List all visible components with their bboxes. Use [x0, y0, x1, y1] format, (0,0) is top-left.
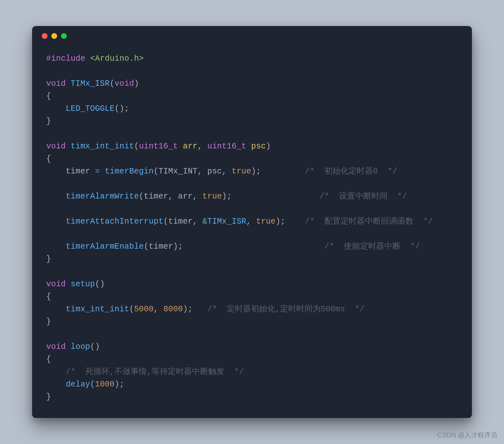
code-area: #include <Arduino.h> void TIMx_ISR(void)…: [32, 46, 472, 403]
punc: {: [46, 355, 51, 364]
fn-led-toggle: LED_TOGGLE: [66, 104, 115, 113]
punc: {: [46, 154, 51, 164]
watermark: CSDN @人才程序员: [437, 431, 498, 440]
tok-void: void: [46, 280, 66, 289]
num-5000: 5000: [134, 305, 154, 314]
fn-loop: loop: [71, 342, 90, 351]
punc: ,: [168, 192, 178, 201]
punc: (): [95, 280, 105, 289]
punc: {: [46, 292, 51, 301]
punc: (: [163, 217, 168, 226]
punc: );: [276, 217, 285, 226]
tok-include: #include: [46, 54, 85, 63]
fn-timx-int-init: timx_int_init: [66, 305, 129, 314]
id-arr: arr: [178, 192, 193, 201]
punc: );: [251, 167, 261, 176]
punc: ,: [246, 217, 256, 226]
punc: (: [134, 142, 139, 151]
punc: ): [134, 79, 139, 88]
fn-timerattachinterrupt: timerAttachInterrupt: [66, 217, 163, 226]
punc: );: [115, 380, 124, 389]
fn-timeralarmenable: timerAlarmEnable: [66, 242, 144, 251]
tok-void: void: [46, 79, 66, 88]
close-icon: [42, 33, 48, 39]
punc: (: [110, 79, 115, 88]
fn-setup: setup: [71, 280, 95, 289]
punc: }: [46, 317, 51, 326]
comment: /* 初始化定时器0 */: [305, 167, 397, 176]
punc: );: [183, 305, 193, 314]
op-addr: &: [203, 217, 207, 226]
punc: (: [144, 242, 149, 251]
comment: /* 设置中断时间 */: [319, 192, 407, 201]
id-timer: timer: [149, 242, 173, 251]
punc: ): [266, 142, 271, 151]
id-psc: psc: [251, 142, 266, 151]
comment: /* 配置定时器中断回调函数 */: [305, 217, 433, 226]
punc: (: [129, 305, 134, 314]
fn-timerbegin: timerBegin: [105, 167, 153, 176]
comment: /* 定时器初始化,定时时间为500ms */: [207, 305, 365, 314]
punc: (: [153, 167, 158, 176]
id-arr: arr: [183, 142, 198, 151]
tok-void: void: [46, 142, 66, 151]
punc: }: [46, 392, 51, 402]
tok-true: true: [203, 192, 222, 201]
tok-void: void: [115, 79, 134, 88]
punc: ();: [115, 104, 129, 113]
window-titlebar: [32, 26, 472, 46]
fn-timeralarmwrite: timerAlarmWrite: [66, 192, 139, 201]
punc: ,: [193, 192, 202, 201]
tok-uint16: uint16_t: [139, 142, 178, 151]
punc: (): [90, 342, 100, 351]
comment: /* 使能定时器中断 */: [325, 242, 420, 251]
tok-void: void: [46, 342, 66, 351]
punc: ,: [153, 305, 163, 314]
comment: /* 死循环,不做事情,等待定时器中断触发 */: [66, 367, 244, 377]
punc: {: [46, 92, 51, 101]
tok-true: true: [232, 167, 251, 176]
num-8000: 8000: [163, 305, 183, 314]
punc: ,: [222, 167, 231, 176]
fn-timx-isr: TIMx_ISR: [207, 217, 247, 226]
punc: );: [173, 242, 183, 251]
punc: (: [90, 380, 95, 389]
fn-delay: delay: [66, 380, 90, 389]
minimize-icon: [51, 33, 57, 39]
tok-uint16: uint16_t: [207, 142, 247, 151]
tok-true: true: [256, 217, 276, 226]
fn-timx-int-init: timx_int_init: [71, 142, 134, 151]
fn-timx-isr: TIMx_ISR: [71, 79, 110, 88]
zoom-icon: [61, 33, 67, 39]
id-psc: psc: [207, 167, 222, 176]
punc: ,: [197, 142, 207, 151]
id-timer: timer: [168, 217, 193, 226]
code-window: #include <Arduino.h> void TIMx_ISR(void)…: [32, 26, 472, 418]
id-timer: timer: [144, 192, 168, 201]
punc: }: [46, 117, 51, 126]
punc: }: [46, 254, 51, 264]
punc: );: [222, 192, 231, 201]
id-timer: timer: [66, 167, 90, 176]
punc: ,: [193, 217, 202, 226]
punc: ,: [197, 167, 207, 176]
op-assign: =: [95, 167, 100, 176]
punc: (: [139, 192, 144, 201]
tok-header: <Arduino.h>: [90, 54, 144, 63]
id-timx-int: TIMx_INT: [159, 167, 198, 176]
num-1000: 1000: [95, 380, 115, 389]
